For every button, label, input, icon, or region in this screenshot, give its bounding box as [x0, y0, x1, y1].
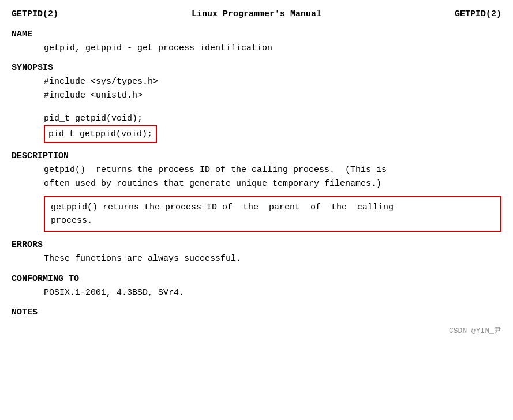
conforming-section: CONFORMING TO POSIX.1-2001, 4.3BSD, SVr4… [12, 274, 501, 299]
page-header: GETPID(2) Linux Programmer's Manual GETP… [12, 9, 501, 19]
header-left: GETPID(2) [12, 9, 58, 19]
description-section: DESCRIPTION getpid() returns the process… [12, 151, 501, 232]
footer-brand: CSDN @YIN_尹 [12, 325, 501, 336]
name-body: getpid, getppid - get process identifica… [12, 42, 501, 55]
header-right: GETPID(2) [455, 9, 501, 19]
include2: #include <unistd.h> [44, 89, 501, 102]
conforming-title: CONFORMING TO [12, 274, 501, 284]
conforming-body: POSIX.1-2001, 4.3BSD, SVr4. [12, 286, 501, 299]
func2: pid_t getppid(void); [48, 129, 152, 139]
name-title: NAME [12, 29, 501, 39]
description-title: DESCRIPTION [12, 151, 501, 161]
func1: pid_t getpid(void); [44, 112, 501, 125]
synopsis-title: SYNOPSIS [12, 63, 501, 73]
name-section: NAME getpid, getppid - get process ident… [12, 29, 501, 55]
notes-title: NOTES [12, 308, 501, 317]
errors-title: ERRORS [12, 240, 501, 250]
desc-highlight-line1: getppid() returns the process ID of the … [51, 201, 495, 214]
desc-highlight-box: getppid() returns the process ID of the … [44, 196, 501, 232]
include1: #include <sys/types.h> [44, 75, 501, 88]
errors-section: ERRORS These functions are always succes… [12, 240, 501, 265]
func2-wrapper: pid_t getppid(void); [44, 125, 157, 143]
synopsis-section: SYNOPSIS #include <sys/types.h> #include… [12, 63, 501, 143]
desc-line2: often used by routines that generate uni… [44, 177, 501, 190]
notes-section: NOTES [12, 308, 501, 317]
header-center: Linux Programmer's Manual [192, 9, 321, 19]
desc-line1: getpid() returns the process ID of the c… [44, 163, 501, 177]
errors-body: These functions are always successful. [12, 252, 501, 265]
desc-highlight-line2: process. [51, 214, 495, 227]
